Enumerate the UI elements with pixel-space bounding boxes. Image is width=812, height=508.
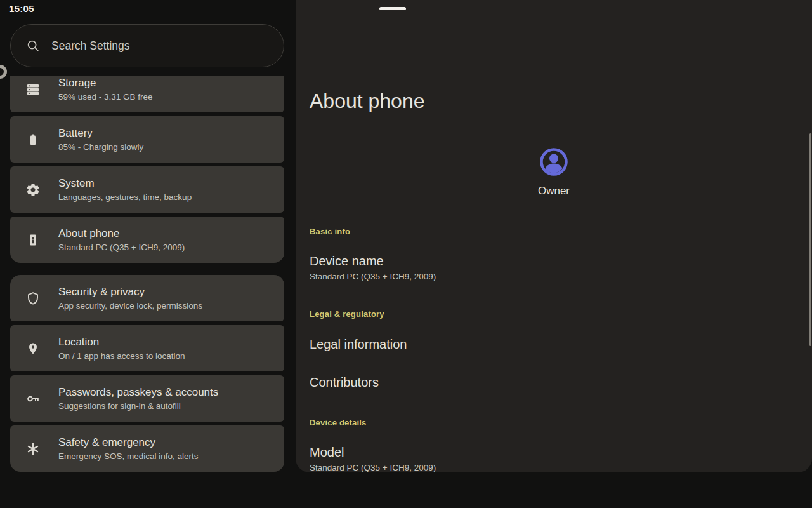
model-row[interactable]: Model (310, 445, 344, 460)
search-icon (26, 39, 40, 53)
sidebar-item-label: About phone (58, 227, 185, 241)
device-name-row[interactable]: Device name (310, 254, 384, 269)
device-name-value: Standard PC (Q35 + ICH9, 2009) (310, 272, 436, 281)
about-phone-panel: About phone Owner Basic info Device name… (296, 0, 812, 472)
search-bar[interactable] (10, 24, 284, 67)
sidebar-item-passwords-accounts[interactable]: Passwords, passkeys & accounts Suggestio… (10, 375, 284, 422)
model-value: Standard PC (Q35 + ICH9, 2009) (310, 463, 436, 472)
sidebar-item-label: Safety & emergency (58, 436, 199, 450)
battery-menu-icon (25, 132, 41, 147)
sidebar-item-safety-emergency[interactable]: Safety & emergency Emergency SOS, medica… (10, 425, 284, 472)
sidebar-item-sublabel: Suggestions for sign-in & autofill (58, 401, 218, 412)
status-bar-clock: 15:05 (9, 3, 34, 14)
section-header-legal: Legal & regulatory (310, 309, 384, 319)
window-drag-handle[interactable] (379, 7, 406, 10)
content-scrollbar[interactable] (809, 133, 811, 346)
search-input[interactable] (51, 39, 284, 53)
sidebar-item-battery[interactable]: Battery 85% - Charging slowly (10, 116, 284, 163)
sidebar-item-label: Storage (58, 76, 153, 90)
page-title: About phone (310, 90, 425, 113)
sidebar-item-label: Location (58, 335, 185, 349)
sidebar-item-security-privacy[interactable]: Security & privacy App security, device … (10, 275, 284, 321)
sidebar-item-label: System (58, 177, 192, 190)
sidebar-item-label: Passwords, passkeys & accounts (58, 385, 218, 399)
sidebar-item-sublabel: On / 1 app has access to location (58, 351, 185, 362)
legal-information-row[interactable]: Legal information (310, 337, 407, 352)
android-settings-screen: 15:05 (0, 0, 812, 508)
settings-menu-list: Storage 59% used - 3.31 GB free Battery … (0, 76, 296, 472)
sidebar-item-label: Security & privacy (58, 285, 202, 299)
key-icon (25, 391, 41, 406)
contributors-row[interactable]: Contributors (310, 375, 379, 390)
sidebar-item-location[interactable]: Location On / 1 app has access to locati… (10, 325, 284, 371)
taskbar: 31 ♫ (0, 472, 812, 508)
emergency-icon (25, 441, 41, 457)
sidebar-item-sublabel: 59% used - 3.31 GB free (58, 91, 153, 103)
sidebar-item-storage[interactable]: Storage 59% used - 3.31 GB free (10, 76, 284, 112)
owner-avatar[interactable] (539, 147, 568, 179)
sidebar-item-sublabel: Languages, gestures, time, backup (58, 192, 192, 203)
gear-icon (25, 182, 41, 197)
sidebar-item-label: Battery (58, 126, 143, 140)
sidebar-item-about-phone[interactable]: About phone Standard PC (Q35 + ICH9, 200… (10, 217, 284, 263)
about-phone-icon (25, 232, 41, 248)
sidebar-item-sublabel: Standard PC (Q35 + ICH9, 2009) (58, 242, 185, 253)
owner-label: Owner (296, 185, 812, 197)
storage-icon (25, 82, 41, 97)
sidebar-item-sublabel: Emergency SOS, medical info, alerts (58, 451, 199, 462)
sidebar-item-system[interactable]: System Languages, gestures, time, backup (10, 166, 284, 213)
section-header-device-details: Device details (310, 418, 367, 427)
shield-icon (25, 291, 41, 306)
sidebar-item-sublabel: App security, device lock, permissions (58, 300, 202, 312)
location-icon (25, 341, 41, 356)
sidebar-item-sublabel: 85% - Charging slowly (58, 142, 143, 153)
section-header-basic-info: Basic info (310, 227, 350, 236)
